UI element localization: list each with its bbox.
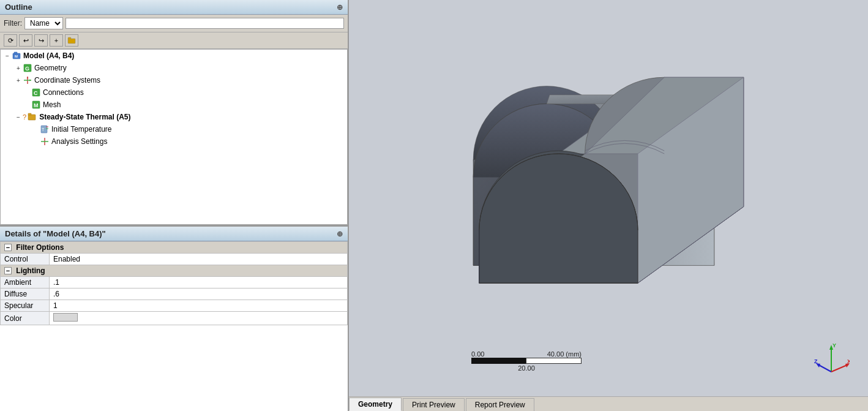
tree-item-coordinate[interactable]: + Coordinate Systems: [1, 74, 347, 86]
connections-expand-icon: [23, 88, 31, 97]
outline-pin-icon[interactable]: ⊕: [337, 3, 343, 12]
analysis-label: Analysis Settings: [51, 137, 107, 146]
svg-rect-15: [28, 115, 36, 120]
outline-title: Outline: [5, 2, 32, 12]
specular-label: Specular: [1, 300, 50, 312]
control-label: Control: [1, 254, 50, 265]
3d-viewport[interactable]: 0.00 40.00 (mm) 20.00 Y X: [349, 0, 868, 396]
control-row: Control Enabled: [1, 254, 348, 265]
axis-svg: Y X Z: [813, 341, 850, 378]
tab-report-preview-label: Report Preview: [475, 401, 525, 409]
right-panel: 0.00 40.00 (mm) 20.00 Y X: [349, 0, 868, 411]
outline-toolbar: ⟳ ↩ ↪ +: [0, 32, 348, 49]
diffuse-row: Diffuse .6: [1, 288, 348, 300]
color-swatch[interactable]: [53, 313, 78, 322]
filter-label: Filter:: [4, 19, 22, 28]
svg-text:C: C: [34, 90, 38, 96]
details-table: − Filter Options Control Enabled − Light…: [0, 241, 348, 411]
filter-input[interactable]: [65, 18, 344, 29]
thermal-expand-icon[interactable]: −: [14, 113, 23, 121]
shape-container: [398, 18, 819, 347]
initial-temp-icon: T: [40, 124, 50, 134]
scale-mid-label: 20.00: [518, 364, 535, 372]
scale-track: [471, 358, 582, 364]
z-axis-label: Z: [814, 358, 818, 364]
svg-text:G: G: [25, 66, 29, 72]
analysis-icon: [40, 137, 50, 146]
tree-item-mesh[interactable]: M Mesh: [1, 99, 347, 111]
filter-bar: Filter: Name: [0, 15, 348, 32]
geometry-expand-icon[interactable]: +: [14, 64, 23, 72]
color-row: Color: [1, 312, 348, 325]
refresh-button[interactable]: ⟳: [4, 34, 17, 47]
details-section: Details of "Model (A4, B4)" ⊕ − Filter O…: [0, 227, 348, 411]
svg-line-43: [818, 364, 831, 372]
props-table: − Filter Options Control Enabled − Light…: [0, 241, 348, 325]
filter-options-label: Filter Options: [16, 243, 64, 252]
ambient-label: Ambient: [1, 277, 50, 288]
scale-left-label: 0.00: [471, 350, 484, 358]
scale-black-segment: [471, 358, 526, 364]
initial-temp-label: Initial Temperature: [51, 125, 112, 134]
tree-item-initial-temp[interactable]: T Initial Temperature: [1, 123, 347, 135]
bottom-tabs: Geometry Print Preview Report Preview: [349, 396, 868, 411]
scale-labels: 0.00 40.00 (mm): [471, 350, 582, 358]
tab-print-preview-label: Print Preview: [412, 401, 455, 409]
geometry-icon: G: [23, 63, 32, 73]
mesh-expand-icon: [23, 100, 31, 109]
tree-item-model[interactable]: − M Model (A4, B4): [1, 50, 347, 62]
svg-line-41: [831, 364, 848, 372]
forward-button[interactable]: ↪: [34, 34, 48, 47]
coordinate-icon: [23, 75, 32, 85]
specular-value[interactable]: 1: [50, 300, 348, 312]
tab-report-preview[interactable]: Report Preview: [466, 398, 534, 411]
filter-options-collapse[interactable]: −: [4, 244, 12, 251]
ambient-value[interactable]: .1: [50, 277, 348, 288]
connections-icon: C: [31, 88, 41, 97]
tree-item-connections[interactable]: C Connections: [1, 86, 347, 99]
svg-rect-1: [68, 37, 71, 39]
mesh-label: Mesh: [43, 100, 61, 109]
diffuse-value[interactable]: .6: [50, 288, 348, 300]
tree-item-analysis[interactable]: Analysis Settings: [1, 135, 347, 148]
add-button[interactable]: +: [50, 34, 63, 47]
model-label: Model (A4, B4): [23, 51, 74, 60]
color-value[interactable]: [50, 312, 348, 325]
coordinate-expand-icon[interactable]: +: [14, 76, 23, 85]
filter-select[interactable]: Name: [24, 17, 63, 29]
svg-text:M: M: [15, 55, 18, 58]
svg-rect-16: [28, 113, 31, 115]
geometry-label: Geometry: [34, 64, 67, 72]
tree-item-thermal[interactable]: − ? Steady-State Thermal (A5): [1, 111, 347, 123]
scale-white-segment: [526, 358, 582, 364]
thermal-question-icon: ?: [23, 113, 26, 121]
mesh-icon: M: [31, 100, 41, 110]
svg-marker-9: [27, 77, 29, 78]
control-value[interactable]: Enabled: [50, 254, 348, 265]
left-panel: Outline ⊕ Filter: Name ⟳ ↩ ↪ + −: [0, 0, 349, 411]
thermal-icon: [28, 112, 37, 122]
diffuse-label: Diffuse: [1, 288, 50, 300]
y-axis-label: Y: [832, 342, 836, 349]
details-header: Details of "Model (A4, B4)" ⊕: [0, 227, 348, 241]
filter-options-group: − Filter Options: [1, 242, 348, 254]
svg-rect-3: [14, 52, 17, 54]
x-axis-label: X: [847, 358, 850, 364]
tab-print-preview[interactable]: Print Preview: [403, 398, 465, 411]
analysis-expand-icon: [31, 137, 40, 146]
lighting-group: − Lighting: [1, 265, 348, 277]
tab-geometry-label: Geometry: [358, 400, 392, 409]
back-button[interactable]: ↩: [19, 34, 32, 47]
lighting-collapse[interactable]: −: [4, 267, 12, 274]
ambient-row: Ambient .1: [1, 277, 348, 288]
tree-item-geometry[interactable]: + G Geometry: [1, 62, 347, 74]
tab-geometry[interactable]: Geometry: [349, 398, 402, 411]
lighting-label: Lighting: [16, 266, 45, 275]
svg-text:T: T: [42, 127, 45, 132]
svg-text:M: M: [34, 102, 39, 108]
folder-button[interactable]: [65, 34, 78, 47]
outline-header: Outline ⊕: [0, 0, 348, 15]
coordinate-label: Coordinate Systems: [34, 76, 100, 85]
details-pin-icon[interactable]: ⊕: [337, 230, 343, 238]
model-expand-icon[interactable]: −: [3, 51, 12, 60]
